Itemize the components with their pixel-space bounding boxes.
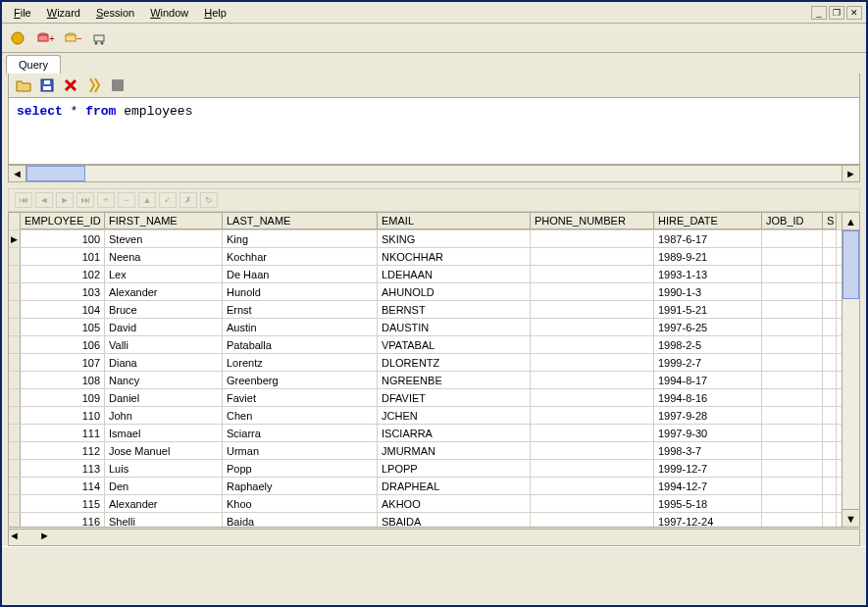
cell-truncated[interactable] [823,336,837,353]
cell-first-name[interactable]: Jose Manuel [105,442,223,459]
restore-button[interactable]: ❐ [829,6,844,20]
cell-truncated[interactable] [823,283,837,300]
close-button[interactable]: ✕ [846,6,862,20]
scroll-up-icon[interactable]: ▲ [842,213,859,230]
cell-hire-date[interactable]: 1999-12-7 [654,460,762,477]
cell-email[interactable]: ISCIARRA [378,425,531,441]
cell-phone-number[interactable] [531,230,654,247]
cell-hire-date[interactable]: 1994-8-16 [654,389,762,406]
cell-hire-date[interactable]: 1998-2-5 [654,336,762,353]
cell-first-name[interactable]: Bruce [105,301,223,318]
cell-last-name[interactable]: Ernst [223,301,378,318]
save-icon[interactable] [38,76,56,94]
cell-employee-id[interactable]: 106 [21,336,105,353]
nav-refresh[interactable]: ↻ [200,192,218,208]
cell-truncated[interactable] [823,442,837,459]
cell-employee-id[interactable]: 109 [21,389,105,406]
cell-hire-date[interactable]: 1997-6-25 [654,319,762,335]
cell-last-name[interactable]: Kochhar [223,248,378,265]
cell-truncated[interactable] [823,407,837,424]
cell-first-name[interactable]: Diana [105,354,223,371]
table-row[interactable]: 106ValliPataballaVPATABAL1998-2-5 [9,335,842,353]
cell-email[interactable]: LPOPP [378,460,531,477]
cell-email[interactable]: DLORENTZ [378,354,531,371]
col-phone-number[interactable]: PHONE_NUMBER [531,213,654,229]
cell-phone-number[interactable] [531,407,654,424]
col-employee-id[interactable]: EMPLOYEE_ID [21,213,105,229]
grid-vscroll[interactable]: ▲ ▼ [842,213,859,527]
minimize-button[interactable]: _ [811,6,827,20]
cell-phone-number[interactable] [531,389,654,406]
cell-truncated[interactable] [823,425,837,441]
cell-first-name[interactable]: Steven [105,230,223,247]
cell-phone-number[interactable] [531,442,654,459]
cell-phone-number[interactable] [531,460,654,477]
cell-job-id[interactable] [762,266,823,282]
scroll-track[interactable] [842,230,859,509]
cell-last-name[interactable]: Greenberg [223,372,378,388]
cell-job-id[interactable] [762,513,823,527]
table-row[interactable]: 114DenRaphaelyDRAPHEAL1994-12-7 [9,477,842,494]
cell-truncated[interactable] [823,230,837,247]
cell-phone-number[interactable] [531,478,654,494]
scroll-thumb[interactable] [26,166,85,181]
cell-phone-number[interactable] [531,354,654,371]
cell-job-id[interactable] [762,442,823,459]
cell-hire-date[interactable]: 1990-1-3 [654,283,762,300]
cell-first-name[interactable]: Neena [105,248,223,265]
cell-email[interactable]: NGREENBE [378,372,531,388]
cell-email[interactable]: JCHEN [378,407,531,424]
stop-icon[interactable] [109,76,127,94]
cell-truncated[interactable] [823,460,837,477]
nav-delete[interactable]: − [118,192,135,208]
cell-phone-number[interactable] [531,319,654,335]
cell-employee-id[interactable]: 112 [21,442,105,459]
col-hire-date[interactable]: HIRE_DATE [654,213,762,229]
cell-employee-id[interactable]: 102 [21,266,105,282]
cell-phone-number[interactable] [531,425,654,441]
table-row[interactable]: 116ShelliBaidaSBAIDA1997-12-24 [9,512,842,527]
cell-truncated[interactable] [823,372,837,388]
db-add-icon[interactable]: + [35,28,55,48]
cell-email[interactable]: DRAPHEAL [378,478,531,494]
cell-first-name[interactable]: John [105,407,223,424]
table-row[interactable]: 115AlexanderKhooAKHOO1995-5-18 [9,494,842,512]
cell-employee-id[interactable]: 103 [21,283,105,300]
nav-first[interactable]: ⏮ [15,192,32,208]
cell-job-id[interactable] [762,372,823,388]
scroll-track[interactable] [26,166,842,181]
cell-employee-id[interactable]: 110 [21,407,105,424]
cell-last-name[interactable]: Baida [223,513,378,527]
menu-wizard[interactable]: Wizard [39,5,88,21]
cell-email[interactable]: AHUNOLD [378,283,531,300]
cell-email[interactable]: BERNST [378,301,531,318]
table-row[interactable]: 107DianaLorentzDLORENTZ1999-2-7 [9,353,842,371]
cell-email[interactable]: SKING [378,230,531,247]
scroll-right-icon[interactable]: ► [842,166,859,181]
nav-edit[interactable]: ▲ [138,192,156,208]
menu-file[interactable]: File [6,5,39,21]
cell-hire-date[interactable]: 1998-3-7 [654,442,762,459]
cell-first-name[interactable]: Alexander [105,283,223,300]
open-icon[interactable] [15,76,32,94]
table-row[interactable]: ▶100StevenKingSKING1987-6-17 [9,229,842,247]
cell-phone-number[interactable] [531,283,654,300]
cell-hire-date[interactable]: 1999-2-7 [654,354,762,371]
cell-truncated[interactable] [823,266,837,282]
cell-last-name[interactable]: Lorentz [223,354,378,371]
cell-first-name[interactable]: Ismael [105,425,223,441]
cell-truncated[interactable] [823,478,837,494]
col-first-name[interactable]: FIRST_NAME [105,213,223,229]
cell-first-name[interactable]: Lex [105,266,223,282]
cell-job-id[interactable] [762,336,823,353]
cell-last-name[interactable]: Austin [223,319,378,335]
scroll-right-icon[interactable]: ► [39,530,50,545]
db-remove-icon[interactable]: − [63,28,82,48]
cell-employee-id[interactable]: 100 [21,230,105,247]
scroll-down-icon[interactable]: ▼ [842,509,859,527]
cell-first-name[interactable]: Daniel [105,389,223,406]
nav-last[interactable]: ⏭ [77,192,94,208]
cell-email[interactable]: LDEHAAN [378,266,531,282]
cell-hire-date[interactable]: 1991-5-21 [654,301,762,318]
table-row[interactable]: 101NeenaKochharNKOCHHAR1989-9-21 [9,247,842,265]
